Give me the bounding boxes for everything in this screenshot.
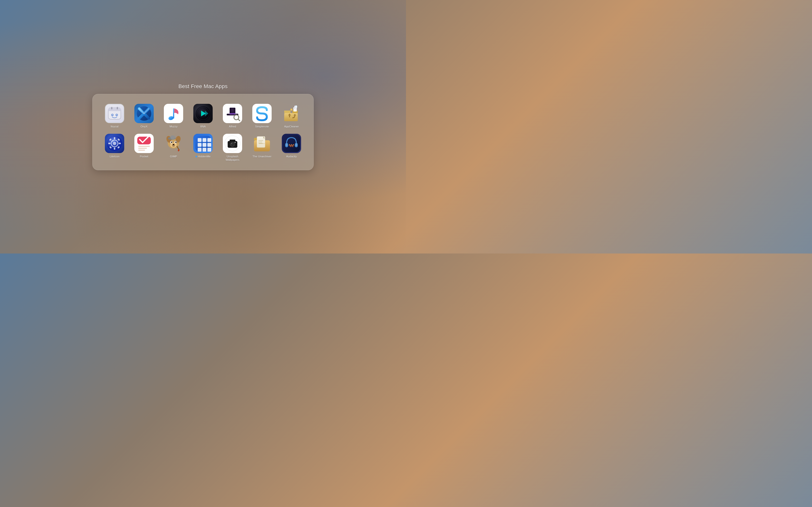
- svg-point-14: [168, 116, 174, 121]
- app-label-pocket: Pocket: [140, 155, 148, 158]
- svg-rect-33: [108, 143, 110, 144]
- app-icon-alfred: [223, 104, 242, 123]
- app-label-unsplash: Unsplash Wallpapers: [221, 155, 244, 162]
- svg-rect-43: [138, 148, 147, 149]
- app-icon-itsycal: [105, 104, 124, 123]
- svg-rect-71: [230, 139, 236, 142]
- svg-rect-20: [230, 113, 236, 114]
- app-label-muzzy: Muzzy: [169, 125, 177, 128]
- app-unsplash[interactable]: Unsplash Wallpapers: [219, 132, 246, 163]
- svg-point-74: [231, 143, 232, 144]
- svg-rect-23: [284, 113, 298, 121]
- svg-rect-15: [173, 108, 174, 119]
- svg-point-8: [116, 114, 117, 115]
- svg-rect-78: [258, 140, 263, 141]
- svg-point-54: [176, 142, 176, 142]
- svg-line-22: [238, 119, 240, 121]
- app-icon-hiddenme: [193, 134, 213, 153]
- svg-rect-3: [111, 107, 112, 109]
- app-icon-appcleaner: ♪ 📄: [282, 104, 301, 123]
- app-label-iina: IINA: [200, 125, 206, 128]
- app-label-container-hiddenme: HiddenMe: [196, 155, 210, 158]
- app-simplenote[interactable]: Simplenote: [249, 102, 275, 130]
- svg-rect-64: [203, 143, 206, 147]
- app-icon-unsplash: [223, 134, 242, 153]
- app-liteicon[interactable]: LiteIcon: [101, 132, 128, 163]
- app-icon-simplenote: [252, 104, 272, 123]
- svg-rect-62: [207, 138, 211, 142]
- app-label-gimp: GIMP: [170, 155, 177, 158]
- app-icon-pocket: [134, 134, 154, 153]
- svg-rect-75: [235, 142, 236, 143]
- app-gimp[interactable]: GIMP: [160, 132, 187, 163]
- svg-point-7: [112, 114, 113, 115]
- svg-rect-34: [119, 143, 121, 144]
- app-label-simplenote: Simplenote: [255, 125, 269, 128]
- app-label-liteicon: LiteIcon: [110, 155, 119, 158]
- app-icon-audacity: [282, 134, 301, 153]
- svg-point-73: [231, 143, 234, 146]
- app-icon-muzzy: [164, 104, 183, 123]
- app-label-appcleaner: AppCleaner: [284, 125, 299, 128]
- svg-rect-87: [296, 145, 297, 146]
- svg-rect-44: [138, 150, 145, 151]
- svg-rect-61: [203, 138, 206, 142]
- app-icon-unarchiver: [252, 134, 272, 153]
- app-onyx[interactable]: OnyX: [131, 102, 157, 130]
- svg-rect-67: [203, 148, 206, 152]
- app-label-unarchiver: The Unarchiver: [253, 155, 272, 158]
- svg-rect-60: [198, 138, 202, 142]
- apps-grid: Itsycal: [92, 94, 314, 170]
- svg-point-52: [175, 142, 176, 143]
- app-itsycal[interactable]: Itsycal: [101, 102, 128, 130]
- app-alfred[interactable]: Alfred: [219, 102, 246, 130]
- svg-point-55: [172, 144, 174, 145]
- app-label-hiddenme: HiddenMe: [198, 155, 210, 158]
- svg-point-53: [171, 142, 172, 142]
- svg-rect-31: [114, 137, 115, 139]
- svg-point-30: [113, 142, 116, 145]
- app-hiddenme[interactable]: HiddenMe: [190, 132, 216, 163]
- app-unarchiver[interactable]: The Unarchiver: [249, 132, 275, 163]
- app-dot-hiddenme: [196, 156, 197, 157]
- app-iina[interactable]: IINA: [190, 102, 216, 130]
- app-icon-liteicon: [105, 134, 124, 153]
- svg-point-51: [171, 142, 172, 143]
- svg-rect-63: [198, 143, 202, 147]
- app-label-alfred: Alfred: [229, 125, 236, 128]
- svg-rect-32: [114, 148, 115, 150]
- svg-text:📄: 📄: [295, 105, 298, 108]
- svg-rect-68: [207, 148, 211, 152]
- app-icon-gimp: [164, 134, 183, 153]
- app-label-itsycal: Itsycal: [111, 125, 119, 128]
- svg-rect-84: [286, 144, 287, 145]
- svg-rect-4: [117, 107, 118, 109]
- app-appcleaner[interactable]: ♪ 📄 AppCleaner: [278, 102, 305, 130]
- svg-rect-66: [198, 148, 202, 152]
- svg-rect-42: [138, 146, 150, 147]
- page-title: Best Free Mac Apps: [179, 83, 227, 90]
- svg-rect-86: [296, 144, 297, 145]
- svg-rect-2: [108, 110, 121, 111]
- app-label-audacity: Audacity: [286, 155, 297, 158]
- app-label-onyx: OnyX: [141, 125, 148, 128]
- app-icon-onyx: [134, 104, 154, 123]
- svg-point-58: [170, 135, 175, 139]
- svg-rect-65: [207, 143, 211, 147]
- svg-rect-85: [286, 145, 287, 146]
- app-icon-iina: [193, 104, 213, 123]
- svg-rect-79: [258, 142, 262, 143]
- app-audacity[interactable]: Audacity: [278, 132, 305, 163]
- app-pocket[interactable]: Pocket: [131, 132, 157, 163]
- app-muzzy[interactable]: Muzzy: [160, 102, 187, 130]
